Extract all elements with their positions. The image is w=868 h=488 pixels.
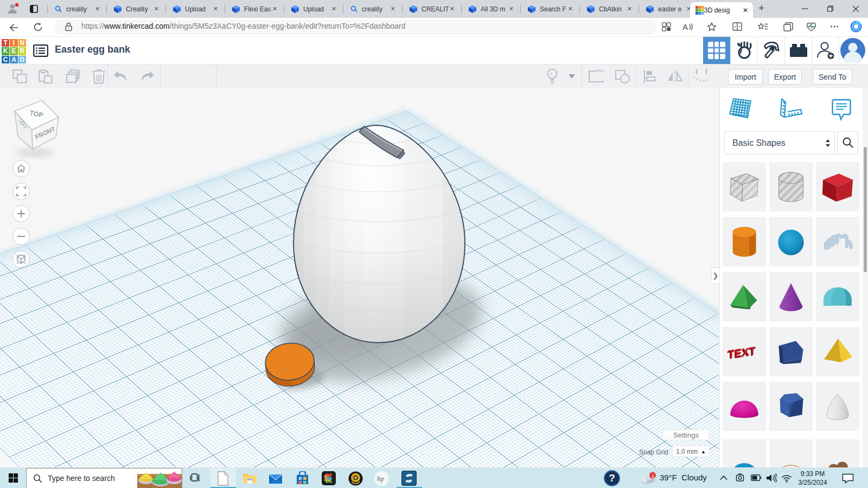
svg-text:A: A [682,22,688,31]
svg-text:hp: hp [377,475,384,483]
svg-text:1: 1 [652,473,654,479]
svg-text:TEXT: TEXT [728,344,757,360]
